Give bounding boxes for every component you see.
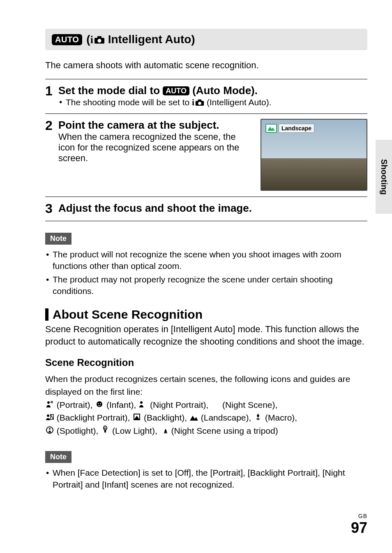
page-footer: GB 97 (351, 513, 367, 537)
auto-badge-inline: AUTO (163, 86, 189, 95)
i-glyph-small: i (192, 97, 194, 108)
night-portrait-label: (Night Portrait), (148, 400, 211, 410)
step-body: Adjust the focus and shoot the image. (58, 202, 367, 215)
scene-badge: Landscape (265, 124, 314, 133)
svg-point-9 (97, 401, 102, 407)
svg-point-12 (140, 401, 143, 404)
landscape-icon (265, 124, 277, 133)
scene-recognition-heading: Scene Recognition (45, 357, 367, 368)
i-camera-icon: i (90, 34, 105, 46)
intro-text: The camera shoots with automatic scene r… (45, 60, 367, 71)
night-scene-icon (211, 400, 220, 411)
svg-rect-1 (97, 36, 101, 38)
divider (45, 221, 367, 221)
svg-rect-4 (198, 99, 201, 101)
step2-left: 2 Point the camera at the subject. When … (45, 119, 248, 164)
step-3: 3 Adjust the focus and shoot the image. (45, 197, 367, 221)
note-item: The product may not properly recognize t… (45, 274, 367, 297)
step-number: 2 (45, 119, 54, 164)
side-tab-shooting: Shooting (376, 140, 392, 214)
svg-point-7 (47, 401, 50, 404)
svg-point-5 (198, 102, 201, 105)
svg-point-11 (100, 403, 101, 404)
camera-icon-small (195, 99, 204, 106)
scene-list-line-1: (Portrait), (Infant), (Night Portrait), … (45, 398, 367, 412)
section-header: AUTO (i Intelligent Auto) (45, 29, 367, 50)
scene-list-line-2: (Backlight Portrait), (Backlight), (Land… (45, 411, 367, 424)
svg-point-10 (98, 403, 99, 404)
section-title-text: Intelligent Auto) (105, 33, 195, 46)
about-body: Scene Recognition operates in [Intellige… (45, 323, 367, 347)
low-light-icon: A (101, 426, 110, 437)
note-list-1: The product will not recognize the scene… (45, 249, 367, 297)
paren-open: ( (86, 33, 90, 46)
svg-marker-17 (134, 416, 140, 420)
about-heading: About Scene Recognition (53, 308, 203, 322)
svg-marker-6 (267, 127, 275, 131)
i-camera-icon-small: i (192, 97, 204, 108)
step1-sub-post: (Intelligent Auto). (204, 97, 271, 107)
step-2: 2 Point the camera at the subject. When … (45, 114, 367, 197)
svg-rect-22 (104, 430, 106, 433)
night-portrait-icon (138, 400, 148, 411)
step-body: Point the camera at the subject. When th… (58, 119, 248, 164)
section-title: (i Intelligent Auto) (86, 33, 195, 46)
step-title: Adjust the focus and shoot the image. (58, 202, 367, 215)
scene-recognition-intro: When the product recognizes certain scen… (45, 373, 367, 398)
region-code: GB (351, 513, 367, 519)
infant-icon (95, 400, 104, 411)
svg-point-20 (49, 428, 51, 430)
portrait-label: (Portrait), (54, 400, 95, 410)
note-badge: Note (45, 233, 71, 245)
svg-text:A: A (104, 427, 106, 430)
svg-line-15 (51, 414, 53, 419)
step-body: Set the mode dial to AUTO (Auto Mode). T… (58, 84, 367, 108)
landscape-icon (189, 413, 198, 424)
heading-bar-icon (45, 308, 48, 321)
step-number: 3 (45, 202, 54, 215)
about-heading-row: About Scene Recognition (45, 308, 367, 322)
spotlight-icon (45, 426, 54, 437)
step1-title-post: (Auto Mode). (189, 84, 258, 97)
step1-sub-pre: The shooting mode will be set to (66, 97, 192, 107)
camera-icon (94, 36, 105, 44)
infant-label: (Infant), (104, 400, 138, 410)
spotlight-label: (Spotlight), (54, 426, 101, 435)
low-light-label: (Low Light), (110, 426, 159, 435)
night-tripod-label: (Night Scene using a tripod) (169, 426, 278, 435)
step-title: Point the camera at the subject. (58, 119, 248, 132)
night-tripod-icon (160, 426, 169, 437)
svg-point-13 (47, 414, 49, 417)
svg-point-8 (51, 401, 53, 403)
svg-marker-18 (190, 416, 198, 421)
svg-point-2 (97, 39, 101, 43)
landscape-label: (Landscape), (198, 413, 254, 422)
note-list-2: When [Face Detection] is set to [Off], t… (45, 467, 367, 491)
auto-badge: AUTO (52, 34, 82, 45)
viewfinder-preview: Landscape (261, 119, 367, 191)
step1-sub: The shooting mode will be set to i (Inte… (58, 97, 367, 108)
macro-label: (Macro), (263, 413, 297, 422)
step-1: 1 Set the mode dial to AUTO (Auto Mode).… (45, 79, 367, 113)
note-item: The product will not recognize the scene… (45, 249, 367, 272)
backlight-icon (132, 413, 141, 424)
page: Shooting AUTO (i Intelligent Auto) The c… (0, 0, 392, 553)
note-badge: Note (45, 451, 71, 463)
macro-icon (254, 413, 263, 424)
backlight-label: (Backlight), (141, 413, 189, 422)
step-number: 1 (45, 84, 54, 108)
scene-list-line-3: (Spotlight), A (Low Light), (Night Scene… (45, 424, 367, 437)
night-scene-label: (Night Scene), (220, 400, 277, 410)
note-item: When [Face Detection] is set to [Off], t… (45, 467, 367, 491)
backlight-portrait-label: (Backlight Portrait), (54, 413, 132, 422)
i-glyph: i (90, 34, 93, 46)
step2-body-text: When the camera recognized the scene, th… (58, 132, 248, 164)
step1-title-pre: Set the mode dial to (58, 84, 163, 97)
backlight-portrait-icon (45, 413, 54, 424)
scene-badge-label: Landscape (279, 124, 314, 133)
portrait-icon (45, 400, 54, 411)
page-number: 97 (351, 519, 367, 537)
step-title: Set the mode dial to AUTO (Auto Mode). (58, 84, 367, 97)
